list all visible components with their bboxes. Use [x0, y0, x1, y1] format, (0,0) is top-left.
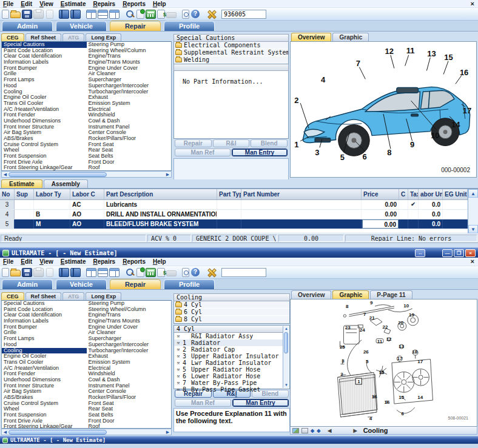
- list-item[interactable]: Wheel: [2, 147, 87, 153]
- grid-cell[interactable]: 0.0: [419, 219, 443, 229]
- scroll-up-icon[interactable]: ▲: [283, 326, 289, 332]
- list-item[interactable]: Seat Belts: [87, 412, 172, 418]
- book2-icon[interactable]: [70, 10, 81, 19]
- parts-vertical-scrollbar[interactable]: ▲▼: [283, 326, 289, 388]
- list-item[interactable]: Rocker/Pillars/Floor: [87, 395, 172, 401]
- part-item[interactable]: ⚒4Lwr Radiator Insulator: [174, 359, 283, 366]
- taskbar-window-title[interactable]: ULTRAMATE - [ - New Estimate]: [0, 436, 478, 444]
- estimate-number-input-2[interactable]: [221, 268, 266, 277]
- prev-arrow-icon[interactable]: ◆: [311, 428, 314, 433]
- part-item[interactable]: ⚒2Radiator Cap: [174, 346, 283, 353]
- tab-graphic[interactable]: Graphic: [332, 33, 369, 41]
- column-header[interactable]: Price: [362, 189, 399, 199]
- list-item[interactable]: Front Door: [87, 418, 172, 424]
- list-item[interactable]: Instrument Panel: [87, 124, 172, 130]
- list-item[interactable]: Electrical: [87, 366, 172, 372]
- grid-cell[interactable]: [241, 219, 362, 229]
- minimize-icon[interactable]: —: [442, 249, 453, 257]
- list-item[interactable]: Clear Coat Identification: [2, 312, 87, 318]
- list-item[interactable]: Front Drive Axle: [2, 418, 87, 424]
- tab-overview[interactable]: Overview: [291, 290, 331, 299]
- grid-cell[interactable]: [399, 210, 408, 219]
- column-header[interactable]: Tax: [408, 189, 419, 199]
- folder-item[interactable]: Electrical Components: [174, 42, 288, 49]
- tab-ceg[interactable]: CEG: [1, 33, 24, 41]
- grid-cell[interactable]: [408, 219, 419, 229]
- horizontal-scrollbar-2[interactable]: ◀▶: [1, 429, 172, 435]
- list-item[interactable]: Engine Oil Cooler: [2, 353, 87, 359]
- menu-view[interactable]: View: [39, 258, 53, 265]
- list-item[interactable]: Supercharger/Intercooler: [87, 342, 172, 348]
- tab-vehicle[interactable]: Vehicle: [56, 21, 107, 31]
- menu-edit[interactable]: Edit: [21, 258, 32, 265]
- folder-item[interactable]: 8 Cyl: [174, 316, 289, 323]
- list-item[interactable]: Instrument Panel: [87, 383, 172, 389]
- grid-cell[interactable]: [15, 200, 34, 209]
- grid-cell[interactable]: [443, 200, 468, 209]
- list-item[interactable]: Steering Pump: [87, 301, 172, 307]
- column-header[interactable]: Sup: [15, 189, 34, 199]
- list-item[interactable]: A/C /Heater/Ventilation: [2, 107, 87, 113]
- price-cell[interactable]: 0.00: [362, 200, 399, 209]
- list-item[interactable]: Clear Coat Identification: [2, 53, 87, 59]
- lay2-icon[interactable]: [98, 268, 108, 277]
- list-item[interactable]: Engine/Trans: [87, 312, 172, 318]
- resize-icon[interactable]: ↔: [415, 249, 425, 257]
- folder-item[interactable]: 6 Cyl: [174, 309, 289, 316]
- scroll-right-icon[interactable]: ▶: [164, 172, 171, 178]
- print-icon[interactable]: [301, 428, 308, 433]
- column-header[interactable]: Labor C: [70, 189, 104, 199]
- list-item[interactable]: Special Cautions: [2, 301, 87, 307]
- book2-icon[interactable]: [70, 268, 81, 277]
- grid-cell[interactable]: Lubricants: [104, 200, 217, 209]
- menu-file[interactable]: File: [3, 258, 13, 265]
- grid-cell[interactable]: [443, 219, 468, 229]
- new-icon[interactable]: [2, 268, 9, 277]
- tab-ref-sheet[interactable]: Ref Sheet: [25, 33, 62, 41]
- grid-cell[interactable]: 0.0: [419, 200, 443, 209]
- list-item[interactable]: Front Suspension: [2, 412, 87, 418]
- book1-icon[interactable]: [59, 10, 69, 19]
- list-item[interactable]: Grille: [2, 71, 87, 77]
- grid-cell[interactable]: 3: [0, 200, 15, 209]
- page-right-icon[interactable]: ▶: [353, 428, 357, 433]
- list-item[interactable]: Cowl & Dash: [87, 377, 172, 383]
- menu-reports[interactable]: Reports: [123, 1, 146, 7]
- list-item[interactable]: Front Inner Structure: [2, 124, 87, 130]
- list-item[interactable]: Front Suspension: [2, 153, 87, 159]
- list-item[interactable]: Air Bag System: [2, 130, 87, 136]
- note-icon[interactable]: [136, 268, 144, 277]
- list-item[interactable]: Engine/Trans Mounts: [87, 318, 172, 324]
- grid-cell[interactable]: M: [34, 219, 70, 229]
- money-icon[interactable]: [157, 10, 165, 19]
- scroll-up-icon[interactable]: ▲: [468, 189, 478, 198]
- menu-edit[interactable]: Edit: [21, 1, 32, 7]
- tools-icon[interactable]: [206, 10, 217, 19]
- grid-vertical-scrollbar[interactable]: ▲▼: [468, 189, 478, 233]
- save-icon[interactable]: [22, 268, 32, 277]
- lay3-icon[interactable]: [109, 10, 120, 19]
- menu-estimate[interactable]: Estimate: [61, 258, 86, 265]
- tab-assembly[interactable]: Assembly: [44, 179, 88, 188]
- list-item[interactable]: Engine Under Cover: [87, 65, 172, 72]
- list-item[interactable]: Hood: [2, 83, 87, 89]
- docsearch-icon[interactable]: [182, 10, 189, 19]
- grid-cell[interactable]: [399, 219, 408, 229]
- part-item[interactable]: ⚒5Upper Radiator Hose: [174, 366, 283, 373]
- tab-ceg[interactable]: CEG: [1, 292, 24, 300]
- list-item[interactable]: Front Door: [87, 159, 172, 165]
- tab-repair[interactable]: Repair: [110, 279, 161, 289]
- new-icon[interactable]: [2, 10, 9, 19]
- list-item[interactable]: Front Fender: [2, 371, 87, 377]
- part-item[interactable]: ⚒7Water By-Pass Pipe: [174, 379, 283, 386]
- folder-item[interactable]: Supplemental Restraint System: [174, 49, 288, 56]
- list-item[interactable]: Underhood Dimensions: [2, 377, 87, 383]
- estimate-row[interactable]: 5MAOBLEED/FLUSH BRAKE SYSTEM0.000.0: [0, 219, 468, 229]
- list-item[interactable]: Supercharger/Intercooler: [87, 83, 172, 89]
- list-item[interactable]: Rear Seat: [87, 147, 172, 153]
- tab-profile[interactable]: Profile: [164, 279, 215, 289]
- list-item[interactable]: Center Console: [87, 389, 172, 395]
- note-icon[interactable]: [136, 10, 144, 19]
- grid-cell[interactable]: [15, 210, 34, 219]
- tab-graphic[interactable]: Graphic: [332, 290, 369, 299]
